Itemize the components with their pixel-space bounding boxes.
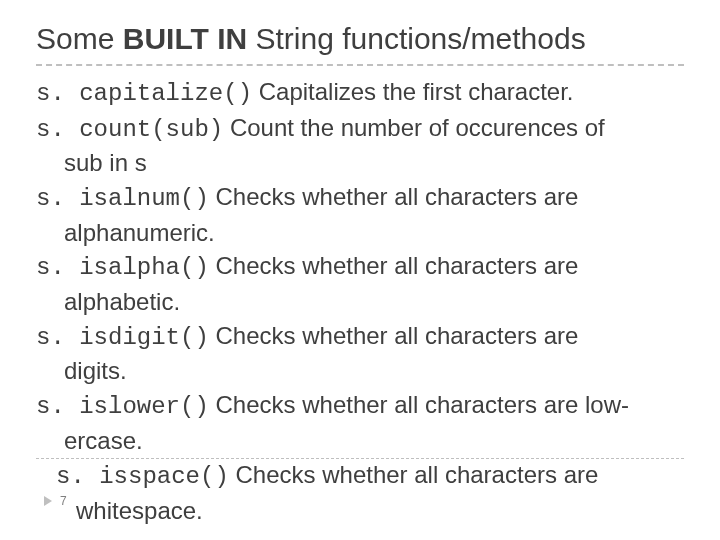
title-pre: Some (36, 22, 123, 55)
method-desc-continuation: whitespace. (76, 495, 684, 527)
method-desc: Checks whether all characters are (216, 252, 579, 279)
method-code: s. isspace() (56, 463, 229, 490)
method-item: s. capitalize() Capitalizes the first ch… (36, 76, 684, 110)
method-desc: Checks whether all characters are (216, 183, 579, 210)
slide: Some BUILT IN String functions/methods s… (0, 0, 720, 540)
method-desc: Capitalizes the first character. (259, 78, 574, 105)
method-code: s. isalpha() (36, 254, 209, 281)
title-post: String functions/methods (247, 22, 586, 55)
method-item: s. isdigit() Checks whether all characte… (36, 320, 684, 354)
slide-body: s. capitalize() Capitalizes the first ch… (36, 76, 684, 527)
method-code: s. isalnum() (36, 185, 209, 212)
slide-footer: 7 (44, 494, 67, 508)
method-item: s. isalpha() Checks whether all characte… (36, 250, 684, 284)
method-item: s. islower() Checks whether all characte… (36, 389, 684, 423)
method-desc-continuation: alphabetic. (64, 286, 684, 318)
method-code: s. capitalize() (36, 80, 252, 107)
method-desc: Count the number of occurences of (230, 114, 605, 141)
method-item: s. count(sub) Count the number of occure… (36, 112, 684, 146)
method-desc: Checks whether all characters are (236, 461, 599, 488)
method-item: s. isspace() Checks whether all characte… (56, 459, 684, 493)
page-number: 7 (60, 494, 67, 508)
method-code: s. isdigit() (36, 324, 209, 351)
method-desc: Checks whether all characters are (216, 322, 579, 349)
method-desc: Checks whether all characters are low- (216, 391, 630, 418)
method-desc-continuation: ercase. (64, 425, 684, 457)
method-item: s. isalnum() Checks whether all characte… (36, 181, 684, 215)
method-code: s. islower() (36, 393, 209, 420)
slide-title: Some BUILT IN String functions/methods (36, 22, 684, 56)
method-code: s. count(sub) (36, 116, 223, 143)
method-desc-continuation: alphanumeric. (64, 217, 684, 249)
title-bold: BUILT IN (123, 22, 247, 55)
method-desc-continuation: digits. (64, 355, 684, 387)
play-icon (44, 496, 52, 506)
method-desc-continuation: sub in s (64, 147, 684, 179)
title-underline: Some BUILT IN String functions/methods (36, 22, 684, 66)
